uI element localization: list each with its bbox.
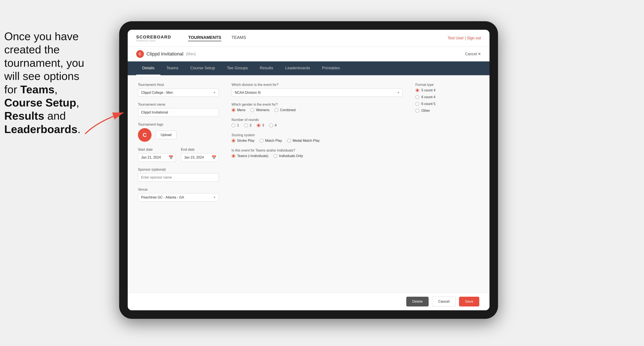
- tab-details[interactable]: Details: [136, 61, 160, 75]
- gender-combined-radio[interactable]: [274, 108, 278, 112]
- format-6count5[interactable]: 6 count 5: [416, 102, 479, 106]
- scoring-medal-label: Medal Match Play: [293, 139, 320, 143]
- venue-select-wrapper: Peachtree GC - Atlanta - GA: [138, 193, 219, 201]
- division-select-wrapper: NCAA Division III: [232, 88, 403, 97]
- cancel-footer-button[interactable]: Cancel: [432, 297, 456, 307]
- event-teams-label: Teams (+Individuals): [237, 154, 268, 158]
- rounds-2-radio[interactable]: [244, 124, 248, 127]
- format-6count4-label: 6 count 4: [422, 95, 436, 99]
- division-select[interactable]: NCAA Division III: [232, 88, 403, 97]
- scoring-stroke-radio[interactable]: [232, 139, 236, 143]
- format-6count4[interactable]: 6 count 4: [416, 95, 479, 99]
- gender-combined[interactable]: Combined: [274, 108, 296, 112]
- left-column: Tournament Host Clippd College - Men Tou…: [138, 83, 219, 285]
- nav-teams[interactable]: TEAMS: [232, 35, 246, 41]
- rounds-radio-group: 1 2 3 4: [232, 124, 403, 127]
- event-for-label: Is this event for Teams and/or Individua…: [232, 149, 403, 152]
- start-date-wrapper: 📅: [138, 153, 176, 162]
- tournament-tag: (Men): [186, 52, 196, 56]
- nav-tournaments[interactable]: TOURNAMENTS: [188, 35, 221, 41]
- start-date-label: Start date: [138, 148, 176, 152]
- event-individuals-label: Individuals Only: [279, 154, 303, 158]
- tournament-name-label: Tournament name: [138, 103, 219, 107]
- format-5count4-label: 5 count 4: [422, 88, 436, 92]
- middle-column: Which division is the event for? NCAA Di…: [232, 83, 403, 285]
- division-label: Which division is the event for?: [232, 83, 403, 87]
- delete-button[interactable]: Delete: [406, 297, 428, 307]
- rounds-2-label: 2: [250, 124, 252, 127]
- tab-printables[interactable]: Printables: [316, 61, 346, 75]
- user-menu[interactable]: Test User | Sign out: [448, 36, 481, 40]
- scoring-stroke[interactable]: Stroke Play: [232, 139, 254, 143]
- gender-womens[interactable]: Womens: [250, 108, 270, 112]
- save-button[interactable]: Save: [459, 297, 479, 307]
- scoring-medal-radio[interactable]: [287, 139, 291, 143]
- right-column: Format type 5 count 4 6 count 4 6 count …: [416, 83, 479, 285]
- cancel-button[interactable]: Cancel ✕: [465, 52, 481, 56]
- tab-leaderboards[interactable]: Leaderboards: [279, 61, 316, 75]
- tournament-logo-group: Tournament logo C Upload: [138, 123, 219, 142]
- scoring-match-radio[interactable]: [260, 139, 264, 143]
- gender-combined-label: Combined: [280, 108, 296, 112]
- nav-main: SCOREBOARD Powered by clippd TOURNAMENTS…: [136, 35, 246, 42]
- format-6count4-radio[interactable]: [416, 95, 419, 99]
- format-type-label: Format type: [416, 83, 479, 87]
- tournament-host-select[interactable]: Clippd College - Men: [138, 88, 219, 97]
- scoring-medal[interactable]: Medal Match Play: [287, 139, 320, 143]
- rounds-1[interactable]: 1: [232, 124, 239, 127]
- division-group: Which division is the event for? NCAA Di…: [232, 83, 403, 97]
- gender-mens-radio[interactable]: [232, 108, 236, 112]
- tab-course-setup[interactable]: Course Setup: [184, 61, 221, 75]
- gender-mens-label: Mens: [237, 108, 246, 112]
- sponsor-input[interactable]: [138, 173, 219, 182]
- format-other[interactable]: Other: [416, 109, 479, 113]
- event-teams-radio[interactable]: [232, 154, 236, 158]
- footer-bar: Delete Cancel Save: [128, 293, 490, 310]
- scoring-group: Scoring system Stroke Play Match Play: [232, 133, 403, 143]
- top-nav: SCOREBOARD Powered by clippd TOURNAMENTS…: [128, 30, 490, 47]
- rounds-group: Number of rounds 1 2 3: [232, 118, 403, 127]
- event-individuals-radio[interactable]: [274, 154, 277, 158]
- format-5count4-radio[interactable]: [416, 88, 419, 92]
- venue-select[interactable]: Peachtree GC - Atlanta - GA: [138, 193, 219, 201]
- scoring-match[interactable]: Match Play: [260, 139, 282, 143]
- app-name: SCOREBOARD: [136, 35, 171, 39]
- venue-group: Venue Peachtree GC - Atlanta - GA: [138, 188, 219, 201]
- tournament-host-group: Tournament Host Clippd College - Men: [138, 83, 219, 97]
- sponsor-group: Sponsor (optional): [138, 168, 219, 182]
- gender-womens-radio[interactable]: [250, 108, 254, 112]
- rounds-4-radio[interactable]: [269, 124, 273, 127]
- app-tagline: Powered by clippd: [136, 39, 171, 42]
- gender-mens[interactable]: Mens: [232, 108, 246, 112]
- venue-label: Venue: [138, 188, 219, 191]
- rounds-1-radio[interactable]: [232, 124, 236, 127]
- rounds-2[interactable]: 2: [244, 124, 252, 127]
- scoreboard-logo: SCOREBOARD Powered by clippd: [136, 35, 171, 42]
- tablet-screen: SCOREBOARD Powered by clippd TOURNAMENTS…: [128, 30, 490, 310]
- format-6count5-radio[interactable]: [416, 102, 419, 106]
- end-date-group: End date 📅: [181, 148, 219, 162]
- tournament-host-select-wrapper: Clippd College - Men: [138, 88, 219, 97]
- tournament-title-area: C Clippd Invitational (Men): [136, 50, 196, 58]
- dates-group: Start date 📅 End date 📅: [138, 148, 219, 162]
- tab-results[interactable]: Results: [254, 61, 279, 75]
- main-nav: TOURNAMENTS TEAMS: [188, 35, 246, 41]
- format-5count4[interactable]: 5 count 4: [416, 88, 479, 92]
- tab-bar: Details Teams Course Setup Tee Groups Re…: [128, 61, 490, 75]
- start-date-group: Start date 📅: [138, 148, 176, 162]
- event-individuals[interactable]: Individuals Only: [274, 154, 303, 158]
- main-content: Tournament Host Clippd College - Men Tou…: [128, 75, 490, 293]
- event-teams[interactable]: Teams (+Individuals): [232, 154, 268, 158]
- scoring-stroke-label: Stroke Play: [237, 139, 254, 143]
- rounds-4[interactable]: 4: [269, 124, 277, 127]
- gender-group: Which gender is the event for? Mens Wome…: [232, 103, 403, 112]
- tournament-name-input[interactable]: [138, 108, 219, 117]
- rounds-3-radio[interactable]: [257, 124, 260, 127]
- format-other-radio[interactable]: [416, 109, 419, 113]
- event-for-group: Is this event for Teams and/or Individua…: [232, 149, 403, 158]
- tab-tee-groups[interactable]: Tee Groups: [221, 61, 254, 75]
- rounds-3[interactable]: 3: [257, 124, 264, 127]
- rounds-1-label: 1: [237, 124, 239, 127]
- upload-button[interactable]: Upload: [156, 131, 176, 139]
- tab-teams[interactable]: Teams: [160, 61, 184, 75]
